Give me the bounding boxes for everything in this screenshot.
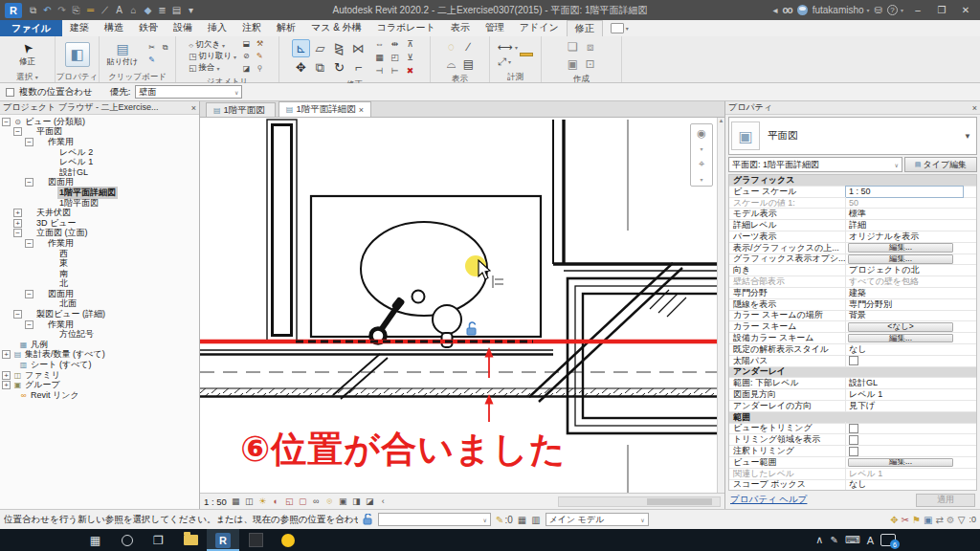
undo-icon[interactable]: ↶ — [40, 3, 55, 18]
tree-expander-icon[interactable]: − — [13, 310, 22, 319]
property-value[interactable]: 編集... — [848, 458, 953, 468]
project-browser-close-icon[interactable]: × — [191, 103, 196, 113]
delete-tool[interactable]: ✖ — [403, 65, 417, 77]
active-workset-select[interactable]: メイン モデル∨ — [546, 513, 649, 526]
select-links-toggle-icon[interactable]: ✥ — [890, 515, 898, 525]
ribbon-tab[interactable]: 修正 — [567, 20, 603, 36]
tree-item[interactable]: 1階平面図 — [0, 198, 199, 209]
dark-app-button[interactable] — [239, 529, 272, 551]
touch-keyboard-icon[interactable]: ⌨ — [845, 534, 860, 546]
create-assembly-icon[interactable]: ⧈ — [582, 38, 598, 55]
mirror-pick-axis-tool[interactable]: ⧎ — [330, 39, 348, 57]
pen-input-icon[interactable]: ✎ — [830, 535, 837, 545]
split-face-tool[interactable]: ◪ — [240, 63, 253, 75]
app-store-icon[interactable]: ⛁ — [875, 5, 882, 15]
tree-expander-icon[interactable]: + — [2, 381, 11, 389]
search-icon[interactable]: oo — [782, 5, 791, 15]
mirror-draw-axis-tool[interactable]: ⋈ — [349, 39, 368, 57]
ribbon-tab[interactable]: 鉄骨 — [131, 20, 166, 36]
unjoin-tool[interactable]: ⊘ — [240, 51, 253, 62]
pin-tool[interactable]: ⊼ — [403, 38, 417, 51]
trim-extend-corner-tool[interactable]: ⌐ — [349, 58, 368, 77]
view-scale-label[interactable]: 1 : 50 — [204, 496, 227, 507]
tree-item[interactable]: − 作業用 — [0, 320, 199, 330]
property-value[interactable]: なし — [846, 344, 976, 355]
tree-expander-icon[interactable]: − — [13, 127, 22, 136]
start-button[interactable]: ▦ — [79, 529, 111, 551]
property-value[interactable]: オリジナルを表示 — [846, 231, 976, 242]
properties-close-icon[interactable]: × — [972, 103, 977, 113]
match-type-icon[interactable]: ✎ — [145, 55, 158, 66]
tree-expander-icon[interactable]: − — [2, 118, 11, 126]
ribbon-tab[interactable]: 挿入 — [200, 20, 234, 36]
minimize-button[interactable]: – — [908, 3, 927, 18]
property-value[interactable] — [846, 424, 976, 434]
create-group-icon[interactable]: ▣ — [565, 55, 581, 72]
zoom-tool-icon[interactable]: ⌖ — [699, 158, 704, 170]
rotate-tool[interactable]: ↻ — [330, 58, 348, 77]
collapse-icon[interactable]: ‹ — [377, 496, 390, 508]
property-value[interactable] — [846, 434, 976, 445]
tree-expander-icon[interactable]: − — [13, 229, 22, 237]
canvas-horizontal-scrollbar[interactable] — [558, 496, 721, 507]
user-menu-caret-icon[interactable]: ▾ — [867, 7, 870, 13]
select-pinned-toggle-icon[interactable]: ⚑ — [912, 515, 921, 525]
canvas-vertical-scrollbar[interactable]: ▲ — [717, 118, 724, 493]
view-tab-close-icon[interactable]: × — [359, 105, 364, 115]
ribbon-tab[interactable]: アドイン — [512, 20, 567, 36]
collapse-search-icon[interactable]: ◂ — [772, 5, 777, 15]
trim-extend-multiple-tool[interactable]: ⊢ — [388, 65, 402, 77]
tree-item[interactable]: − ⊙ ビュー (分類順) — [0, 117, 199, 127]
tree-expander-icon[interactable]: + — [13, 209, 22, 217]
property-value[interactable]: なし — [846, 480, 976, 491]
tree-item[interactable]: 東 — [0, 258, 199, 269]
crop-view-off-icon[interactable]: ◱ — [283, 496, 296, 508]
property-value[interactable]: レベル 1 — [846, 469, 976, 479]
ribbon-tab[interactable]: 管理 — [478, 20, 512, 36]
tree-item[interactable]: ∞ Revit リンク — [0, 390, 199, 401]
detail-level-icon[interactable]: ▦ — [230, 496, 242, 508]
tree-expander-icon[interactable]: − — [25, 178, 33, 187]
tree-item[interactable]: − 図面用 — [0, 289, 199, 299]
type-selector-caret-icon[interactable]: ▼ — [964, 132, 974, 141]
worksets-icon[interactable]: ▦ — [518, 515, 526, 525]
edit-type-button[interactable]: ▤ タイプ編集 — [904, 157, 977, 172]
demolish-tool[interactable]: ⚒ — [254, 38, 266, 50]
background-processes-icon[interactable]: ⚙ — [947, 515, 955, 525]
aligned-dimension-icon[interactable]: ═ — [83, 3, 98, 18]
restore-button[interactable]: ❐ — [932, 3, 951, 18]
properties-toggle-button[interactable]: ◧ — [65, 42, 90, 67]
array-tool[interactable]: ▦ — [372, 52, 387, 64]
redo-icon[interactable]: ↷ — [55, 3, 69, 18]
split-with-gap-tool[interactable]: ⇹ — [388, 38, 402, 51]
shadows-off-icon[interactable]: ◐ — [270, 496, 282, 508]
scrollbar-thumb[interactable] — [647, 498, 711, 505]
prefer-select[interactable]: 壁面 ∨ — [135, 85, 242, 99]
ribbon-tab[interactable]: コラボレート — [369, 20, 443, 36]
task-view-button[interactable]: ❐ — [143, 529, 174, 551]
property-value[interactable]: 詳細 — [846, 220, 976, 231]
view-tab[interactable]: ▤ 1階平面図 — [206, 102, 276, 117]
action-center-icon[interactable]: 6 — [880, 534, 896, 546]
tree-expander-icon[interactable]: + — [2, 371, 11, 380]
design-options-select[interactable]: ∨ — [378, 513, 491, 526]
yellow-app-button[interactable] — [272, 529, 304, 551]
editable-only-toggle[interactable]: ✎:0 — [496, 515, 513, 525]
schedule-icon[interactable]: ≣ — [155, 3, 169, 18]
signed-in-user[interactable]: futakamisho — [813, 5, 864, 15]
property-value[interactable]: 背景 — [846, 311, 976, 321]
modify-state-indicator[interactable]: ▾ — [611, 20, 629, 36]
hidden-display-icon[interactable]: ◌ — [443, 38, 459, 55]
tree-expander-icon[interactable]: − — [25, 290, 33, 298]
property-value[interactable]: <なし> — [848, 322, 953, 332]
workset-dialog-icon[interactable]: ▥ — [531, 515, 540, 525]
property-value[interactable]: 1 : 50 — [846, 187, 963, 197]
cut-icon[interactable]: ✂ — [145, 42, 158, 54]
default-3d-view-icon[interactable]: ⌂ — [126, 3, 141, 18]
measure-between-icon[interactable]: ⤢▾ — [498, 55, 518, 68]
multiple-alignment-checkbox[interactable] — [6, 88, 14, 97]
show-hidden-icons-button[interactable]: ∧ — [815, 534, 823, 546]
property-value[interactable]: プロジェクトの北 — [846, 265, 976, 276]
view-tab[interactable]: ▤ 1階平面詳細図 × — [278, 101, 371, 117]
ribbon-tab[interactable]: マス & 外構 — [303, 20, 369, 36]
